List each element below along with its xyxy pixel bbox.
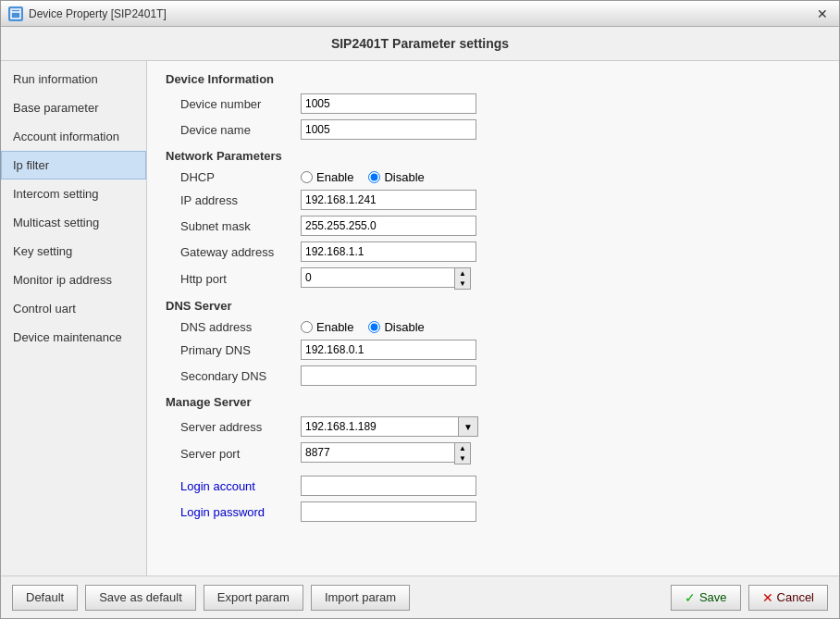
ip-address-row: IP address — [166, 190, 821, 210]
main-content: Run information Base parameter Account i… — [1, 61, 839, 576]
server-port-input[interactable] — [301, 442, 454, 463]
dhcp-disable-label: Disable — [384, 170, 424, 184]
http-port-label: Http port — [180, 272, 301, 286]
login-account-row: Login account — [166, 476, 821, 496]
gateway-address-label: Gateway address — [180, 245, 301, 259]
secondary-dns-input[interactable] — [301, 365, 476, 386]
device-name-input[interactable] — [301, 119, 476, 140]
http-port-spinner: ▲ ▼ — [301, 267, 471, 290]
primary-dns-input[interactable] — [301, 340, 476, 360]
device-information-title: Device Information — [166, 72, 821, 86]
login-account-label: Login account — [180, 479, 301, 493]
server-address-input[interactable] — [301, 416, 458, 437]
gateway-address-row: Gateway address — [166, 241, 821, 262]
primary-dns-row: Primary DNS — [166, 340, 821, 360]
gateway-address-input[interactable] — [301, 241, 476, 262]
server-port-row: Server port ▲ ▼ — [166, 442, 821, 464]
dns-disable-radio[interactable] — [368, 321, 380, 333]
primary-dns-label: Primary DNS — [180, 343, 301, 357]
sidebar-item-account-information[interactable]: Account information — [1, 122, 146, 151]
sidebar-item-intercom-setting[interactable]: Intercom setting — [1, 180, 146, 208]
sidebar-item-key-setting[interactable]: Key setting — [1, 237, 146, 266]
sidebar-item-run-information[interactable]: Run information — [1, 65, 146, 93]
device-number-row: Device number — [166, 93, 821, 114]
dns-disable-option[interactable]: Disable — [368, 320, 424, 334]
export-param-label: Export param — [217, 590, 290, 604]
login-password-input[interactable] — [301, 501, 476, 522]
close-button[interactable]: ✕ — [813, 6, 832, 22]
cancel-x-icon: ✕ — [762, 590, 773, 605]
server-address-dropdown-button[interactable]: ▼ — [458, 416, 478, 437]
ip-address-label: IP address — [180, 193, 301, 207]
save-check-icon: ✓ — [685, 590, 696, 605]
http-port-up-button[interactable]: ▲ — [455, 268, 470, 279]
cancel-button[interactable]: ✕ Cancel — [748, 585, 828, 611]
dhcp-row: DHCP Enable Disable — [166, 170, 821, 184]
http-port-row: Http port ▲ ▼ — [166, 267, 821, 290]
server-address-row: Server address ▼ — [166, 416, 821, 437]
dns-address-row: DNS address Enable Disable — [166, 320, 821, 334]
content-area: Device Information Device number Device … — [147, 61, 839, 576]
footer: Default Save as default Export param Imp… — [1, 576, 839, 618]
dhcp-label: DHCP — [180, 170, 301, 184]
sidebar-item-monitor-ip-address[interactable]: Monitor ip address — [1, 266, 146, 294]
export-param-button[interactable]: Export param — [204, 585, 303, 611]
page-title: SIP2401T Parameter settings — [331, 36, 509, 51]
server-address-dropdown: ▼ — [301, 416, 478, 437]
save-label: Save — [699, 590, 727, 604]
dhcp-radio-group: Enable Disable — [301, 170, 425, 184]
dhcp-disable-radio[interactable] — [368, 171, 380, 183]
page-header: SIP2401T Parameter settings — [1, 27, 839, 61]
manage-server-title: Manage Server — [166, 395, 821, 409]
subnet-mask-label: Subnet mask — [180, 219, 301, 233]
server-port-up-button[interactable]: ▲ — [455, 443, 470, 453]
login-account-input[interactable] — [301, 476, 476, 496]
dns-enable-radio[interactable] — [301, 321, 313, 333]
dns-address-label: DNS address — [180, 320, 301, 334]
default-button[interactable]: Default — [12, 585, 78, 611]
dhcp-enable-radio[interactable] — [301, 171, 313, 183]
server-port-label: Server port — [180, 447, 301, 461]
device-name-row: Device name — [166, 119, 821, 140]
import-param-button[interactable]: Import param — [311, 585, 410, 611]
main-window: Device Property [SIP2401T] ✕ SIP2401T Pa… — [0, 0, 840, 619]
server-address-label: Server address — [180, 420, 301, 434]
cancel-label: Cancel — [777, 590, 814, 604]
server-port-down-button[interactable]: ▼ — [455, 453, 470, 464]
http-port-input[interactable] — [301, 267, 454, 288]
title-bar: Device Property [SIP2401T] ✕ — [1, 1, 839, 27]
sidebar-item-base-parameter[interactable]: Base parameter — [1, 93, 146, 122]
save-button[interactable]: ✓ Save — [671, 585, 741, 611]
sidebar-item-ip-filter[interactable]: Ip filter — [1, 151, 146, 180]
http-port-down-button[interactable]: ▼ — [455, 279, 470, 289]
dns-radio-group: Enable Disable — [301, 320, 425, 334]
secondary-dns-label: Secondary DNS — [180, 369, 301, 383]
device-name-label: Device name — [180, 123, 301, 137]
dns-enable-label: Enable — [316, 320, 353, 334]
app-icon — [8, 6, 23, 21]
dhcp-enable-label: Enable — [316, 170, 353, 184]
login-password-label: Login password — [180, 505, 301, 519]
sidebar-item-device-maintenance[interactable]: Device maintenance — [1, 323, 146, 352]
sidebar-item-multicast-setting[interactable]: Multicast setting — [1, 208, 146, 237]
subnet-mask-input[interactable] — [301, 216, 476, 236]
sidebar-item-control-uart[interactable]: Control uart — [1, 294, 146, 323]
dns-enable-option[interactable]: Enable — [301, 320, 353, 334]
http-port-spinner-buttons: ▲ ▼ — [454, 267, 471, 290]
dns-disable-label: Disable — [384, 320, 424, 334]
login-password-row: Login password — [166, 501, 821, 522]
ip-address-input[interactable] — [301, 190, 476, 210]
save-as-default-button[interactable]: Save as default — [85, 585, 196, 611]
server-port-spinner-buttons: ▲ ▼ — [454, 442, 471, 464]
device-number-label: Device number — [180, 97, 301, 111]
dhcp-enable-option[interactable]: Enable — [301, 170, 353, 184]
import-param-label: Import param — [325, 590, 396, 604]
sidebar: Run information Base parameter Account i… — [1, 61, 147, 576]
window-title: Device Property [SIP2401T] — [29, 7, 813, 20]
secondary-dns-row: Secondary DNS — [166, 365, 821, 386]
dhcp-disable-option[interactable]: Disable — [368, 170, 424, 184]
network-parameters-title: Network Parameters — [166, 149, 821, 163]
default-label: Default — [26, 590, 64, 604]
svg-rect-0 — [11, 9, 20, 19]
device-number-input[interactable] — [301, 93, 476, 114]
